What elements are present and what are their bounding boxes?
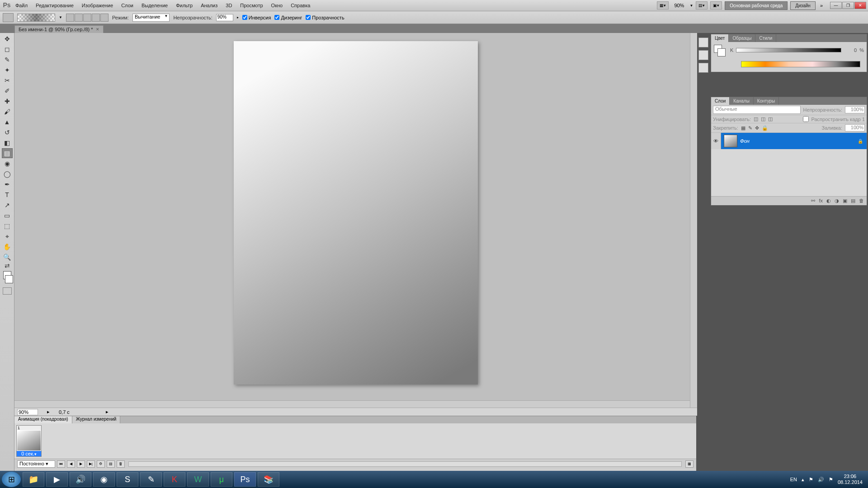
loop-select[interactable]: Постоянно ▾ <box>17 460 55 468</box>
gradient-dropdown-icon[interactable]: ▼ <box>59 15 62 19</box>
convert-timeline-button[interactable]: ▦ <box>685 460 693 468</box>
lasso-tool-icon[interactable]: ✎ <box>2 55 13 65</box>
menu-layers[interactable]: Слои <box>118 1 137 9</box>
window-close-button[interactable]: ✕ <box>854 2 866 9</box>
menu-filter[interactable]: Фильтр <box>172 1 196 9</box>
mode-select[interactable]: Вычитание ▼ <box>132 14 170 22</box>
brush-tool-icon[interactable]: 🖌 <box>2 107 13 117</box>
animation-scrollbar[interactable] <box>128 461 682 467</box>
eyedropper-tool-icon[interactable]: ✐ <box>2 86 13 96</box>
tray-network-icon[interactable]: ⚑ <box>809 477 813 483</box>
tab-layers[interactable]: Слои <box>711 97 730 105</box>
frame-1[interactable]: 1 0 сек.▾ <box>16 425 42 457</box>
delete-frame-button[interactable]: 🗑 <box>117 460 125 468</box>
marquee-tool-icon[interactable]: ◻ <box>2 44 13 54</box>
adjustment-layer-icon[interactable]: ◑ <box>835 198 839 204</box>
tab-animation[interactable]: Анимация (покадровая) <box>14 416 72 423</box>
dock-icon-3[interactable] <box>698 63 708 73</box>
menu-analysis[interactable]: Анализ <box>197 1 221 9</box>
stamp-tool-icon[interactable]: ▲ <box>2 117 13 127</box>
link-layers-icon[interactable]: ⚯ <box>811 198 815 204</box>
tab-measurement-log[interactable]: Журнал измерений <box>72 416 121 423</box>
eraser-tool-icon[interactable]: ◧ <box>2 138 13 148</box>
transparency-checkbox[interactable]: Прозрачность <box>306 15 344 20</box>
arrange-docs-icon[interactable]: ▤▾ <box>696 1 708 9</box>
gradient-preview[interactable] <box>17 14 55 22</box>
task-kaspersky-icon[interactable]: K <box>164 472 185 487</box>
workspace-more-icon[interactable]: » <box>818 3 825 8</box>
menu-help[interactable]: Справка <box>287 1 314 9</box>
frame-delay[interactable]: 0 сек.▾ <box>17 451 41 456</box>
document-tab[interactable]: Без имени-1 @ 90% (Гр.сер./8) * ✕ <box>14 25 104 33</box>
zoom-level[interactable]: 90% <box>671 3 687 8</box>
unify-icon-3[interactable]: ◫ <box>768 116 773 122</box>
tab-styles[interactable]: Стили <box>755 34 776 42</box>
propagate-checkbox[interactable] <box>803 116 809 122</box>
menu-image[interactable]: Изображение <box>78 1 117 9</box>
color-bg-swatch[interactable] <box>717 48 726 56</box>
wand-tool-icon[interactable]: ✦ <box>2 65 13 75</box>
lock-pixels-icon[interactable]: ✎ <box>748 125 752 131</box>
play-button[interactable]: ▶ <box>77 460 85 468</box>
menu-view[interactable]: Просмотр <box>236 1 266 9</box>
dodge-tool-icon[interactable]: ◯ <box>2 169 13 179</box>
k-value[interactable]: 0 <box>844 47 857 53</box>
unify-icon-2[interactable]: ◫ <box>761 116 765 122</box>
duplicate-frame-button[interactable]: ▤ <box>107 460 115 468</box>
task-photoshop-icon[interactable]: Ps <box>234 472 256 487</box>
status-flyout-icon[interactable]: ▸ <box>106 409 108 415</box>
tab-channels[interactable]: Каналы <box>730 97 754 105</box>
screen-mode-icon[interactable]: ▣▾ <box>710 1 722 9</box>
document-canvas[interactable] <box>234 41 478 385</box>
menu-file[interactable]: Файл <box>12 1 31 9</box>
launch-bridge-icon[interactable]: ▦▾ <box>657 1 669 9</box>
tray-lang[interactable]: EN <box>790 477 797 482</box>
opacity-input[interactable]: 90% <box>216 14 233 21</box>
layer-mask-icon[interactable]: ◐ <box>826 198 831 204</box>
crop-tool-icon[interactable]: ✂ <box>2 75 13 85</box>
unify-icon-1[interactable]: ◫ <box>754 116 758 122</box>
status-zoom-input[interactable]: 90% <box>17 409 38 415</box>
opacity-flyout-icon[interactable]: ▸ <box>237 15 239 19</box>
lock-position-icon[interactable]: ✥ <box>755 125 759 131</box>
gradient-radial-icon[interactable] <box>75 14 83 22</box>
status-info-icon[interactable]: ▸ <box>47 409 50 415</box>
tray-flag-icon[interactable]: ▴ <box>802 477 804 483</box>
task-word-icon[interactable]: W <box>187 472 209 487</box>
workspace-design-button[interactable]: Дизайн <box>790 1 816 10</box>
menu-3d[interactable]: 3D <box>222 1 236 9</box>
task-chrome-icon[interactable]: ◉ <box>93 472 115 487</box>
tray-action-icon[interactable]: ⚑ <box>829 477 833 483</box>
prev-frame-button[interactable]: ◀ <box>67 460 75 468</box>
background-color[interactable] <box>5 275 13 283</box>
color-ramp[interactable] <box>741 61 860 67</box>
move-tool-icon[interactable]: ✥ <box>2 34 13 44</box>
k-slider[interactable] <box>736 48 841 52</box>
gradient-angle-icon[interactable] <box>83 14 91 22</box>
heal-tool-icon[interactable]: ✚ <box>2 96 13 106</box>
start-button[interactable]: ⊞ <box>2 472 21 487</box>
3d-tool-icon[interactable]: ⬚ <box>2 221 13 231</box>
gradient-linear-icon[interactable] <box>66 14 74 22</box>
task-app1-icon[interactable]: ✎ <box>140 472 162 487</box>
task-mediaplayer-icon[interactable]: ▶ <box>46 472 68 487</box>
layer-thumbnail[interactable] <box>724 135 737 147</box>
blend-mode-select[interactable]: Обычные <box>713 106 801 114</box>
delete-layer-icon[interactable]: 🗑 <box>859 198 864 204</box>
layer-visibility-icon[interactable]: 👁 <box>711 133 721 149</box>
gradient-reflected-icon[interactable] <box>92 14 100 22</box>
tab-color[interactable]: Цвет <box>711 34 729 42</box>
menu-select[interactable]: Выделение <box>138 1 171 9</box>
task-utorrent-icon[interactable]: μ <box>211 472 232 487</box>
dither-checkbox[interactable]: Дизеринг <box>274 15 302 20</box>
workspace-essentials-button[interactable]: Основная рабочая среда <box>725 1 788 10</box>
zoom-tool-icon[interactable]: 🔍 <box>2 252 13 262</box>
layer-fx-icon[interactable]: fx <box>819 198 823 204</box>
pen-tool-icon[interactable]: ✒ <box>2 179 13 189</box>
gradient-tool-icon[interactable]: ▤ <box>2 148 13 158</box>
tray-clock[interactable]: 23:06 08.12.2014 <box>838 474 863 485</box>
layer-item-background[interactable]: 👁 Фон 🔒 <box>711 133 867 149</box>
task-explorer-icon[interactable]: 📁 <box>23 472 44 487</box>
dock-icon-1[interactable] <box>698 38 708 47</box>
shape-tool-icon[interactable]: ▭ <box>2 211 13 221</box>
